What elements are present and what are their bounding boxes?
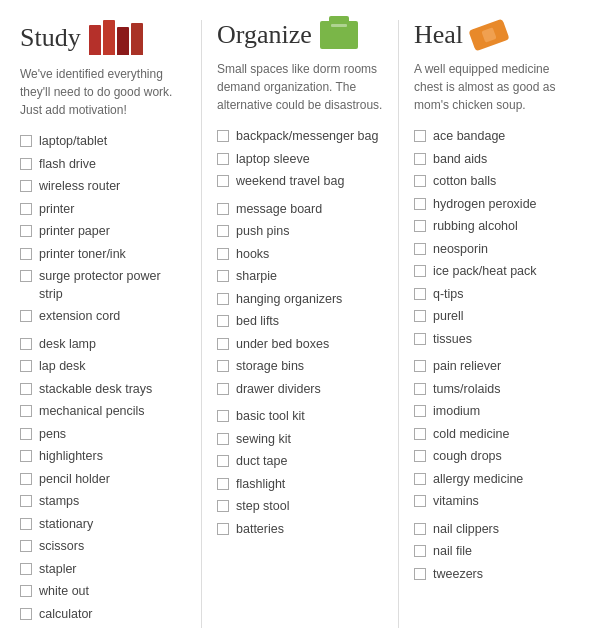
- checkbox[interactable]: [414, 568, 426, 580]
- checkbox[interactable]: [414, 405, 426, 417]
- checkbox[interactable]: [217, 338, 229, 350]
- item-label: neosporin: [433, 241, 580, 259]
- item-label: weekend travel bag: [236, 173, 383, 191]
- item-label: hanging organizers: [236, 291, 383, 309]
- checkbox[interactable]: [217, 478, 229, 490]
- checkbox[interactable]: [414, 473, 426, 485]
- item-label: bed lifts: [236, 313, 383, 331]
- checkbox[interactable]: [20, 135, 32, 147]
- list-item: stackable desk trays: [20, 381, 186, 399]
- checkbox[interactable]: [414, 153, 426, 165]
- list-item: calculator: [20, 606, 186, 624]
- checkbox[interactable]: [20, 540, 32, 552]
- organize-title: Organize: [217, 20, 312, 50]
- checkbox[interactable]: [20, 585, 32, 597]
- checkbox[interactable]: [217, 203, 229, 215]
- item-label: printer toner/ink: [39, 246, 186, 264]
- checkbox[interactable]: [20, 495, 32, 507]
- item-label: extension cord: [39, 308, 186, 326]
- list-item: white out: [20, 583, 186, 601]
- checkbox[interactable]: [414, 198, 426, 210]
- item-label: wireless router: [39, 178, 186, 196]
- list-item: flash drive: [20, 156, 186, 174]
- list-item: rubbing alcohol: [414, 218, 580, 236]
- item-label: purell: [433, 308, 580, 326]
- item-label: nail clippers: [433, 521, 580, 539]
- list-item: batteries: [217, 521, 383, 539]
- checkbox[interactable]: [414, 428, 426, 440]
- box-icon: [320, 21, 358, 49]
- item-label: stackable desk trays: [39, 381, 186, 399]
- checkbox[interactable]: [414, 265, 426, 277]
- checkbox[interactable]: [20, 450, 32, 462]
- checkbox[interactable]: [414, 288, 426, 300]
- list-item: highlighters: [20, 448, 186, 466]
- item-label: pain reliever: [433, 358, 580, 376]
- checkbox[interactable]: [20, 473, 32, 485]
- checkbox[interactable]: [20, 383, 32, 395]
- checkbox[interactable]: [217, 270, 229, 282]
- checkbox[interactable]: [217, 500, 229, 512]
- checkbox[interactable]: [20, 563, 32, 575]
- list-item: band aids: [414, 151, 580, 169]
- checkbox[interactable]: [217, 455, 229, 467]
- item-label: tweezers: [433, 566, 580, 584]
- item-label: pens: [39, 426, 186, 444]
- checkbox[interactable]: [20, 158, 32, 170]
- checkbox[interactable]: [20, 310, 32, 322]
- organize-description: Small spaces like dorm rooms demand orga…: [217, 60, 383, 114]
- list-item: stapler: [20, 561, 186, 579]
- checkbox[interactable]: [217, 175, 229, 187]
- checkbox[interactable]: [414, 175, 426, 187]
- item-label: surge protector power strip: [39, 268, 186, 303]
- checkbox[interactable]: [217, 410, 229, 422]
- checkbox[interactable]: [414, 310, 426, 322]
- books-icon: [89, 20, 143, 55]
- list-item: bed lifts: [217, 313, 383, 331]
- checkbox[interactable]: [217, 293, 229, 305]
- checkbox[interactable]: [414, 495, 426, 507]
- checkbox[interactable]: [414, 360, 426, 372]
- heal-title: Heal: [414, 20, 463, 50]
- checkbox[interactable]: [217, 225, 229, 237]
- checkbox[interactable]: [20, 360, 32, 372]
- checkbox[interactable]: [217, 153, 229, 165]
- list-item: duct tape: [217, 453, 383, 471]
- list-item: scissors: [20, 538, 186, 556]
- checkbox[interactable]: [414, 220, 426, 232]
- column-heal: HealA well equipped medicine chest is al…: [404, 20, 590, 628]
- checkbox[interactable]: [20, 270, 32, 282]
- list-item: nail file: [414, 543, 580, 561]
- checkbox[interactable]: [20, 203, 32, 215]
- item-label: step stool: [236, 498, 383, 516]
- page-container: StudyWe've identified everything they'll…: [0, 0, 600, 630]
- checkbox[interactable]: [20, 428, 32, 440]
- checkbox[interactable]: [414, 333, 426, 345]
- checkbox[interactable]: [414, 523, 426, 535]
- checkbox[interactable]: [20, 180, 32, 192]
- list-item: push pins: [217, 223, 383, 241]
- checkbox[interactable]: [217, 130, 229, 142]
- checkbox[interactable]: [217, 248, 229, 260]
- checkbox[interactable]: [20, 608, 32, 620]
- checkbox[interactable]: [217, 383, 229, 395]
- checkbox[interactable]: [414, 243, 426, 255]
- checkbox[interactable]: [414, 450, 426, 462]
- checkbox[interactable]: [217, 433, 229, 445]
- list-item: hydrogen peroxide: [414, 196, 580, 214]
- list-item: laptop sleeve: [217, 151, 383, 169]
- checkbox[interactable]: [20, 338, 32, 350]
- list-item: hooks: [217, 246, 383, 264]
- checkbox[interactable]: [414, 383, 426, 395]
- item-label: message board: [236, 201, 383, 219]
- checkbox[interactable]: [217, 360, 229, 372]
- checkbox[interactable]: [20, 225, 32, 237]
- checkbox[interactable]: [217, 315, 229, 327]
- checkbox[interactable]: [20, 405, 32, 417]
- checkbox[interactable]: [20, 248, 32, 260]
- checkbox[interactable]: [414, 545, 426, 557]
- checkbox[interactable]: [20, 518, 32, 530]
- checkbox[interactable]: [217, 523, 229, 535]
- list-item: nail clippers: [414, 521, 580, 539]
- checkbox[interactable]: [414, 130, 426, 142]
